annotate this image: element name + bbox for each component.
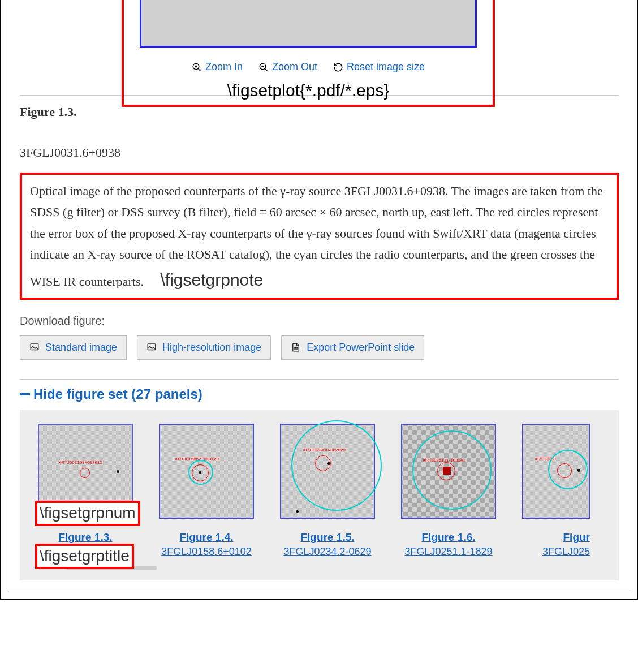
thumbnail-figure-link[interactable]: Figure 1.4. [179,531,233,544]
export-ppt-label: Export PowerPoint slide [307,342,415,354]
figsetgrpnum-annotation: \figsetgrpnum [35,501,140,525]
figsetgrptitle-annotation: \figsetgrptitle [35,544,134,568]
image-icon [29,342,40,352]
toggle-figure-set[interactable]: Hide figure set (27 panels) [20,386,619,402]
thumbnail-image[interactable]: XRTJ015852+010129 [159,424,254,519]
thumbnail-title-link[interactable]: 3FGLJ025 [542,546,590,558]
thumbnail-image[interactable]: XRTJ023410-062829 [280,424,375,519]
figure-label: Figure 1.3. [20,105,76,119]
figure-set-item: XRTJ025111-183141 Figure 1.6. 3FGLJ0251.… [401,424,496,558]
export-ppt-button[interactable]: Export PowerPoint slide [281,335,424,360]
hires-image-label: High-resolution image [162,342,261,354]
figure-set-item: XRTJ015852+010129 Figure 1.4. 3FGLJ0158.… [159,424,254,558]
separator [20,95,619,96]
figure-title: 3FGLJ0031.6+0938 [20,145,619,160]
separator [20,379,619,380]
download-label: Download figure: [20,315,619,328]
thumbnail-figure-link[interactable]: Figur [563,531,590,544]
thumbnail-figure-link[interactable]: Figure 1.6. [421,531,475,544]
thumbnail-figure-link[interactable]: Figure 1.5. [300,531,354,544]
thumbnail-title-link[interactable]: 3FGLJ0158.6+0102 [161,546,252,558]
figure-set-item: XRTJ023410-062829 Figure 1.5. 3FGLJ0234.… [280,424,375,558]
thumbnail-title-link[interactable]: 3FGLJ0251.1-1829 [404,546,492,558]
thumbnail-title-link[interactable]: 3FGLJ0234.2-0629 [283,546,371,558]
hires-image-button[interactable]: High-resolution image [137,335,271,360]
thumbnail-image[interactable]: XRTJ025111-183141 [401,424,496,519]
standard-image-label: Standard image [45,342,117,354]
figure-set-strip: XRTJ003159+093615 Figure 1.3. 3FGLJ0031.… [20,410,619,580]
thumbnail-src-label: XRTJ003159+093615 [58,460,102,465]
toggle-label: Hide figure set (27 panels) [33,386,202,402]
image-icon [146,342,157,352]
figure-caption-text: Optical image of the proposed counterpar… [30,184,603,288]
figure-set-item: XRTJ0258 Figur 3FGLJ025 [522,424,590,558]
figsetgrpnote-annotation: \figsetgrpnote [161,270,264,289]
thumbnail-figure-link[interactable]: Figure 1.3. [58,531,112,544]
minus-icon [20,393,30,395]
thumbnail-image[interactable]: XRTJ0258 [522,424,590,519]
figure-caption: Optical image of the proposed counterpar… [20,173,619,300]
file-icon [291,342,301,352]
figure-set-item: XRTJ003159+093615 Figure 1.3. 3FGLJ0031.… [38,424,133,558]
standard-image-button[interactable]: Standard image [20,335,127,360]
